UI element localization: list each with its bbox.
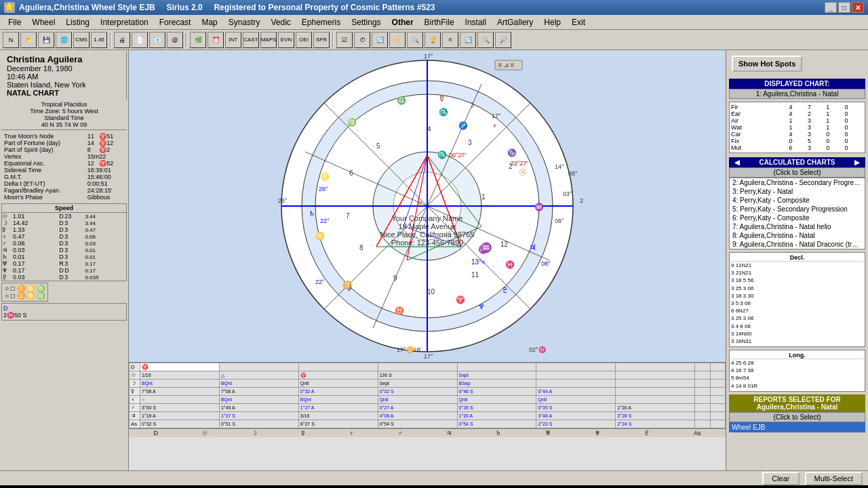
speed-header: Speed [2, 204, 126, 213]
calc-chart-item[interactable]: 2: Aguilera,Christina - Secondary Progre… [730, 178, 865, 187]
house-system: Tropical Placidus [4, 101, 124, 108]
declination-box: Decl. 9 11N21 3 21N21 3 18 5 56 3 25 3 0… [729, 252, 865, 347]
tb-btn24[interactable]: II [442, 32, 458, 48]
tb-btn12[interactable]: INT [225, 32, 241, 48]
menu-other[interactable]: Other [387, 16, 419, 28]
tb-btn17[interactable]: SFR [313, 32, 330, 48]
calc-chart-item[interactable]: 9: Aguilera,Christina - Natal Draconic (… [730, 240, 865, 249]
clear-button[interactable]: Clear [762, 472, 799, 485]
tb-btn13[interactable]: CAST [243, 32, 259, 48]
menu-artgallery[interactable]: ArtGallery [492, 16, 538, 28]
close-button[interactable]: ✕ [852, 2, 864, 13]
calc-chart-item[interactable]: 7: Aguilera,Christina - Natal helio [730, 222, 865, 231]
sirius-version: Sirius 2.0 [166, 3, 202, 12]
left-info-panel: Christina Aguilera December 18, 1980 10:… [0, 50, 129, 470]
tb-zoom[interactable]: 🔎 [495, 32, 511, 48]
maximize-button[interactable]: □ [838, 2, 850, 13]
sign-taurus: ♉ [395, 306, 404, 315]
tb-btn18[interactable]: ☑ [336, 32, 353, 48]
menu-install[interactable]: Install [460, 16, 492, 28]
right-deg: 08° [568, 170, 578, 177]
tb-btn3[interactable]: 🌐 [56, 32, 72, 48]
menu-interpretation[interactable]: Interpretation [95, 16, 154, 28]
save-button[interactable]: 💾 [38, 32, 54, 48]
calc-chart-item[interactable]: 6: Perry,Katy - Composite [730, 214, 865, 222]
tb-btn15[interactable]: EVN [278, 32, 294, 48]
calc-chart-item[interactable]: 4: Perry,Katy - Composite [730, 196, 865, 205]
menu-forecast[interactable]: Forecast [154, 16, 197, 28]
menu-birthfile[interactable]: BirthFile [419, 16, 460, 28]
menu-listing[interactable]: Listing [60, 16, 95, 28]
misc-deg4: 08° [541, 260, 551, 267]
menu-vedic[interactable]: Vedic [265, 16, 296, 28]
open-button[interactable]: 📂 [20, 32, 37, 48]
system-info: Tropical Placidus Time Zone: 5 hours Wes… [1, 100, 127, 130]
subject-time: 10:46 AM [7, 73, 121, 81]
tb-btn9[interactable]: @ [167, 32, 183, 48]
menu-help[interactable]: Help [538, 16, 566, 28]
calc-charts-click-note[interactable]: (Click to Select) [729, 167, 865, 178]
menu-settings[interactable]: Settings [346, 16, 386, 28]
toolbar-sep1 [110, 33, 111, 47]
calc-chart-item[interactable]: 8: Aguilera,Christina - Natal [730, 231, 865, 240]
tb-btn14[interactable]: MAPS [260, 32, 277, 48]
planet-row: Moon's PhaseGibbous [4, 194, 124, 201]
planet-asc: As [694, 430, 701, 436]
aspect-row: ♂ 3°00 S 1°49 A 1°27 A 0°27 A 0°26 S 0°3… [130, 404, 726, 412]
natal-wheel-chart: ☉ ☽ ☿ ♀ ♂ ♃ ♄ ♅ ♆ ♇ ♒ [271, 50, 583, 362]
sign-capricorn: ♑ [507, 148, 517, 157]
tb-btn8[interactable]: 📧 [149, 32, 165, 48]
next-chart-btn[interactable]: ▶ [852, 159, 863, 166]
reports-click-note[interactable]: (Click to Select) [729, 412, 865, 422]
tb-search[interactable]: 🔍 [477, 32, 494, 48]
misc-deg5: 26° [319, 186, 328, 192]
menu-synastry[interactable]: Synastry [223, 16, 266, 28]
planet-venus: ♀ [349, 430, 354, 436]
hot-spots-button[interactable]: Show Hot Spots [732, 56, 802, 72]
house-1: 1 [481, 193, 486, 201]
subject-location: Staten Island, New York [7, 81, 121, 89]
speed-row: ♄0.01D30.01 [2, 253, 126, 260]
new-button[interactable]: N [3, 32, 19, 48]
tb-btn21[interactable]: ⚡ [389, 32, 406, 48]
tb-btn19[interactable]: ⏱ [354, 32, 370, 48]
tb-btn10[interactable]: 🌿 [190, 32, 206, 48]
speed-row: ♅0.17R30.17 [2, 260, 126, 267]
wheel-ejb-bar[interactable]: Wheel EJB [729, 422, 865, 432]
multi-select-button[interactable]: Multi-Select [805, 472, 863, 485]
prev-chart-btn[interactable]: ◀ [732, 159, 743, 166]
menu-map[interactable]: Map [196, 16, 222, 28]
menu-ephemeris[interactable]: Ephemeris [296, 16, 346, 28]
minimize-button[interactable]: _ [825, 2, 837, 13]
tb-btn23[interactable]: 🏆 [425, 32, 441, 48]
tb-btn25[interactable]: 🔄 [460, 32, 476, 48]
longitude-box: Long. 4 25 6 28 4 16 7 38 5 8m54 4 14 8 … [729, 350, 865, 392]
left-deg: 22° [315, 279, 325, 285]
company-city: Nice Place, California 98765 [353, 230, 502, 239]
tb-btn16[interactable]: OEI [296, 32, 312, 48]
sign-aries: ♈ [456, 295, 465, 304]
symbol-box1[interactable]: ○ □ ♊ ♋ ♍ ○ □ ♊ ♋ ♍ [1, 283, 48, 302]
sign-libra: ♎ [397, 96, 406, 105]
timezone-info: Time Zone: 5 hours West [4, 108, 124, 115]
house-4: 4 [427, 125, 431, 133]
tb-btn4[interactable]: CMS [73, 32, 90, 48]
calc-chart-item[interactable]: 5: Perry,Katy - Secondary Progression [730, 205, 865, 214]
calc-charts-header: ◀ CALCULATED CHARTS ▶ [729, 157, 865, 167]
displayed-chart-name[interactable]: 1: Aguilera,Christina - Natal [729, 89, 865, 99]
calc-chart-item[interactable]: 3: Perry,Katy - Natal [730, 187, 865, 196]
subject-date: December 18, 1980 [7, 64, 121, 73]
menu-wheel[interactable]: Wheel [26, 16, 60, 28]
stat-row: Fir4710 [731, 104, 863, 110]
tb-btn11[interactable]: ⏰ [208, 32, 224, 48]
menu-exit[interactable]: Exit [566, 16, 591, 28]
menu-file[interactable]: File [3, 16, 26, 28]
scorpio-mark: ♏ [437, 150, 447, 159]
tb-btn6[interactable]: 🖨 [114, 32, 130, 48]
aspect-row: As 0°32 S 0°51 S 8°27 S 0°54 S 0°54 S 2°… [130, 420, 726, 428]
tb-btn20[interactable]: 🔄 [372, 32, 388, 48]
sun-deg: 22°27' [511, 160, 528, 167]
tb-btn5[interactable]: 1.45 [91, 32, 107, 48]
tb-btn22[interactable]: 🔍 [407, 32, 423, 48]
tb-btn7[interactable]: 📄 [132, 32, 148, 48]
